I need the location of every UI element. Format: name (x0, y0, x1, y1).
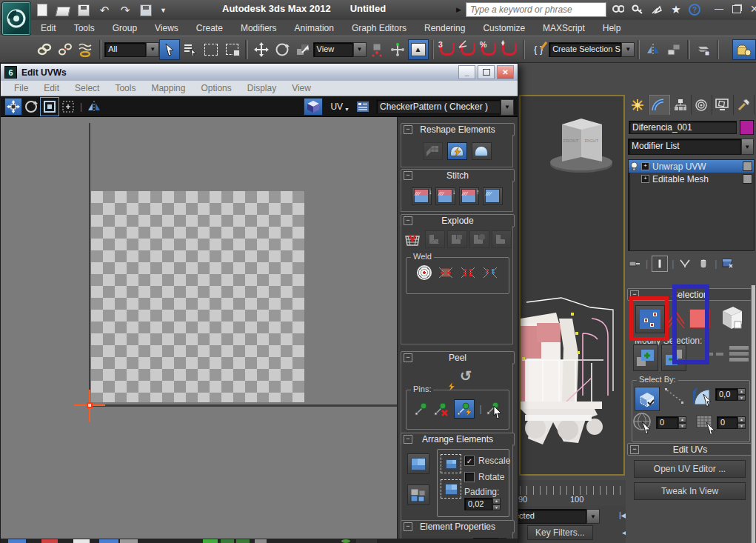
ring-selection-button[interactable] (729, 344, 749, 364)
rotate-option[interactable]: Rotate (464, 472, 504, 482)
uv-freeform-button[interactable] (59, 98, 77, 116)
snap-toggle-3d-icon[interactable]: 3 (437, 39, 458, 60)
flatten-by-material-icon[interactable] (469, 230, 489, 248)
unpin-icon[interactable] (433, 402, 449, 416)
bottom-toolbar-fragment[interactable] (41, 539, 58, 543)
material-id-spinner[interactable]: 0 ▲▼ (717, 416, 746, 429)
map-pattern-dropdown[interactable]: CheckerPattern ( Checker )▼ (376, 99, 514, 114)
bottom-toolbar-fragment[interactable] (356, 539, 377, 543)
tab-motion[interactable] (692, 95, 713, 115)
search-icon[interactable] (611, 3, 626, 16)
menu-group[interactable]: Group (104, 21, 145, 35)
weld-blue-icon[interactable] (482, 266, 498, 279)
element-subobject-button[interactable] (716, 303, 747, 333)
named-selection-set-dropdown[interactable]: Create Selection Se▼ (549, 42, 635, 57)
angle-snap-icon[interactable] (458, 39, 478, 60)
time-slider[interactable]: 90 100 (512, 480, 626, 506)
dialog-menu-file[interactable]: File (7, 82, 35, 94)
configure-modifier-sets-icon[interactable] (720, 256, 735, 271)
ignore-backfacing-button[interactable] (635, 387, 660, 411)
stack-item-editable-mesh[interactable]: + Editable Mesh (629, 173, 754, 185)
pack-together-icon[interactable] (407, 484, 429, 505)
point-to-point-select-icon[interactable] (663, 387, 686, 406)
subscription-key-icon[interactable] (630, 3, 645, 16)
bottom-toolbar-fragment[interactable] (341, 539, 350, 543)
menu-rendering[interactable]: Rendering (416, 21, 473, 35)
tweak-in-view-button[interactable]: Tweak In View (634, 482, 746, 500)
relax-icon[interactable] (472, 142, 492, 160)
relax-until-flat-icon[interactable] (447, 142, 467, 160)
straighten-selection-icon[interactable] (423, 142, 443, 160)
open-file-icon[interactable] (56, 4, 70, 16)
open-uv-editor-button[interactable]: Open UV Editor ... (634, 460, 746, 478)
search-input[interactable] (466, 2, 606, 17)
select-object-button[interactable] (159, 39, 180, 60)
undo-icon[interactable]: ↶ (98, 4, 111, 16)
align-icon[interactable] (663, 39, 684, 60)
command-panel-scrollbar[interactable] (751, 285, 755, 543)
application-menu-button[interactable] (1, 1, 31, 36)
menu-modifiers[interactable]: Modifiers (233, 21, 285, 35)
menu-graph-editors[interactable]: Graph Editors (344, 21, 415, 35)
select-and-move-icon[interactable] (251, 39, 272, 60)
pin-stack-icon[interactable] (627, 256, 642, 271)
rotate-checkbox[interactable] (464, 472, 475, 482)
flatten-mapping-icon[interactable] (492, 230, 512, 248)
key-filters-button[interactable]: Key Filters... (527, 525, 593, 540)
dialog-menu-mapping[interactable]: Mapping (144, 82, 192, 94)
stitch-custom-icon[interactable]: ⁄⁄⁄↓ (412, 187, 432, 205)
modifier-list-dropdown[interactable]: Modifier List▼ (628, 139, 754, 153)
flatten-by-angle-icon[interactable] (425, 230, 445, 248)
planar-angle-spinner[interactable]: 0,0 ▲▼ (715, 388, 746, 401)
expand-icon[interactable]: + (641, 175, 649, 183)
dialog-titlebar[interactable]: 6 Edit UVWs _ ✕ (1, 64, 518, 81)
stitch-to-target-icon[interactable]: ⁄⁄⁄↓ (435, 187, 455, 205)
object-name-field[interactable]: Diferencia_001 (629, 121, 737, 134)
use-center-flyout-icon[interactable] (367, 39, 387, 60)
expand-icon[interactable]: + (641, 162, 649, 170)
explode-break-icon[interactable] (403, 230, 423, 248)
reset-peel-icon[interactable]: ↺ (460, 367, 472, 384)
select-and-scale-icon[interactable] (292, 39, 313, 60)
menu-edit[interactable]: Edit (33, 21, 64, 35)
object-color-swatch[interactable] (740, 120, 754, 135)
stitch-selected-icon[interactable]: ⁄⁄⁄ (483, 187, 503, 205)
quick-access-overflow-icon[interactable]: ▼ (160, 4, 167, 16)
spinner-snap-icon[interactable]: ▲▼ (499, 39, 520, 60)
weld-selected-icon[interactable] (438, 266, 454, 279)
dialog-menu-tools[interactable]: Tools (108, 82, 142, 94)
dialog-menu-view[interactable]: View (285, 82, 318, 94)
favorites-star-icon[interactable]: ★ (669, 3, 683, 16)
bottom-toolbar-fragment[interactable] (120, 539, 138, 543)
pin-icon[interactable] (414, 402, 429, 416)
uv-move-button[interactable] (4, 98, 22, 116)
rectangular-selection-region-icon[interactable] (201, 39, 221, 60)
pack-selected-icon[interactable] (441, 454, 461, 473)
tab-utilities[interactable] (734, 95, 755, 115)
select-by-smoothing-group-icon[interactable] (632, 412, 655, 434)
uv-options-icon[interactable] (354, 98, 372, 116)
save-file-icon[interactable] (77, 4, 90, 16)
menu-views[interactable]: Views (147, 21, 187, 35)
bottom-toolbar-fragment[interactable] (221, 539, 234, 543)
smoothing-group-spinner[interactable]: 0 ▲▼ (656, 416, 686, 429)
infocenter-expand-icon[interactable]: ▶ (456, 6, 461, 13)
layer-manager-icon[interactable] (693, 39, 714, 60)
select-by-material-id-icon[interactable] (696, 413, 717, 434)
select-by-planar-angle-icon[interactable] (692, 385, 714, 407)
uv-checker-tile[interactable] (91, 191, 304, 402)
uv-channel-selector[interactable]: UV ▼ (330, 101, 349, 112)
dialog-menu-options[interactable]: Options (194, 82, 238, 94)
tab-modify[interactable] (649, 95, 671, 115)
stitch-to-source-icon[interactable]: ⁄⁄⁄↑ (459, 187, 479, 205)
bottom-toolbar-fragment[interactable] (203, 539, 218, 543)
uv-origin-handle[interactable] (87, 402, 93, 408)
edit-uvs-rollout-header[interactable]: −Edit UVs (627, 443, 753, 456)
selection-lock-dropdown[interactable]: ected▼ (511, 509, 600, 524)
dialog-minimize-button[interactable]: _ (458, 65, 475, 79)
select-and-link-icon[interactable] (34, 39, 55, 60)
restore-button[interactable] (732, 5, 741, 13)
tab-hierarchy[interactable] (670, 95, 692, 115)
communication-center-icon[interactable] (649, 3, 664, 16)
project-folder-icon[interactable] (139, 4, 153, 16)
